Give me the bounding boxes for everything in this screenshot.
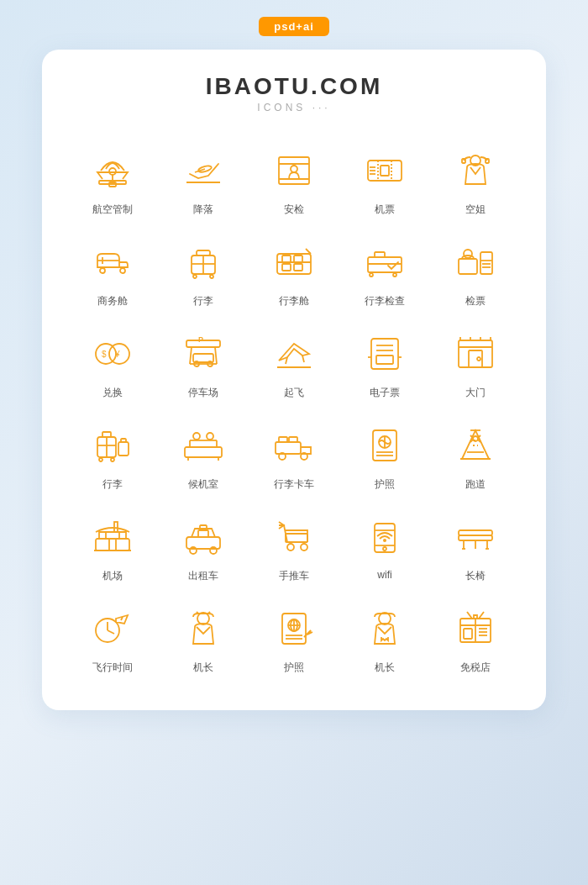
- icon-item-gate: 大门: [430, 317, 521, 408]
- svg-rect-23: [197, 250, 210, 255]
- cargo-hold-icon: [269, 237, 319, 287]
- svg-rect-91: [109, 539, 116, 550]
- svg-rect-40: [480, 252, 492, 274]
- parking-icon: P: [178, 329, 228, 379]
- ticket-icon: [360, 145, 410, 196]
- landing-icon: [178, 145, 228, 196]
- svg-rect-18: [486, 159, 489, 163]
- svg-point-73: [193, 433, 200, 440]
- passport3-label: 护照: [284, 661, 304, 675]
- flight-time-icon: [87, 603, 138, 654]
- icon-item-wifi: wifi: [339, 500, 430, 592]
- security-icon: [269, 145, 319, 196]
- svg-rect-72: [185, 447, 222, 457]
- icon-item-check-in: 检票: [430, 225, 521, 317]
- icon-item-captain1: 机长: [158, 592, 249, 683]
- svg-rect-109: [459, 530, 492, 535]
- runway-label: 跑道: [465, 477, 486, 492]
- passport2-label: 护照: [375, 477, 395, 492]
- flight-attendant-label: 空姐: [465, 203, 486, 217]
- icon-item-security: 安检: [249, 134, 339, 225]
- luggage-label: 行李: [193, 294, 213, 308]
- passport2-icon: [360, 420, 410, 471]
- icon-item-baggage: 行李: [67, 408, 158, 500]
- svg-point-37: [370, 273, 373, 277]
- check-in-icon: [450, 237, 501, 287]
- svg-point-102: [301, 544, 307, 550]
- exchange-icon: $ ¥: [87, 329, 138, 379]
- icon-item-parking: P 停车场: [158, 317, 249, 408]
- check-in-label: 检票: [465, 294, 486, 308]
- takeoff-label: 起飞: [284, 386, 304, 400]
- taxi-label: 出租车: [188, 569, 218, 583]
- business-class-label: 商务舱: [97, 294, 128, 308]
- ticket-label: 机票: [375, 203, 395, 217]
- svg-rect-31: [294, 255, 302, 262]
- luggage-check-label: 行李检查: [365, 294, 405, 308]
- luggage-check-icon: [360, 237, 410, 287]
- svg-point-107: [383, 539, 386, 542]
- svg-point-38: [393, 273, 396, 277]
- svg-rect-98: [200, 525, 207, 529]
- icon-item-captain2: 机长: [339, 592, 430, 683]
- svg-rect-5: [279, 157, 309, 184]
- svg-rect-65: [102, 432, 111, 437]
- top-badge: psd+ai: [259, 17, 329, 36]
- svg-text:$: $: [102, 350, 107, 359]
- icon-item-bench: 长椅: [430, 500, 521, 592]
- e-ticket-icon: [360, 329, 410, 379]
- icon-item-ticket: 机票: [339, 134, 430, 225]
- duty-free-icon: [450, 603, 501, 654]
- svg-point-106: [383, 547, 386, 550]
- svg-point-27: [210, 275, 213, 278]
- security-label: 安检: [284, 203, 304, 217]
- icon-item-runway: 跑道: [430, 408, 521, 500]
- baggage-icon: [87, 420, 138, 471]
- svg-point-68: [99, 458, 102, 461]
- svg-rect-77: [289, 437, 297, 442]
- svg-point-124: [379, 613, 391, 624]
- flight-attendant-icon: [450, 145, 501, 196]
- exchange-label: 兑换: [102, 386, 123, 400]
- icon-item-passport3: 护照: [249, 592, 339, 683]
- e-ticket-label: 电子票: [370, 386, 400, 400]
- svg-rect-30: [282, 255, 291, 262]
- icon-item-air-control: 航空管制: [67, 134, 158, 225]
- svg-rect-39: [459, 259, 477, 274]
- captain2-icon: [360, 603, 410, 654]
- bench-label: 长椅: [465, 569, 486, 583]
- icon-item-exchange: $ ¥ 兑换: [67, 317, 158, 408]
- svg-rect-60: [459, 340, 492, 367]
- icon-item-cargo-hold: 行李舱: [249, 225, 339, 317]
- air-control-icon: [87, 145, 138, 196]
- card-header: IBAOTU.COM ICONS ···: [67, 73, 521, 113]
- flight-time-label: 飞行时间: [92, 661, 133, 675]
- icon-item-airport: 机场: [67, 500, 158, 592]
- svg-point-42: [464, 250, 472, 258]
- svg-rect-35: [375, 252, 385, 257]
- icon-item-luggage-check: 行李检查: [339, 225, 430, 317]
- svg-point-20: [100, 268, 105, 273]
- icon-item-landing: 降落: [158, 134, 249, 225]
- passport3-icon: [269, 603, 319, 654]
- svg-rect-70: [118, 442, 129, 456]
- wifi-label: wifi: [377, 569, 391, 581]
- svg-rect-108: [459, 535, 492, 540]
- svg-point-26: [193, 275, 197, 278]
- svg-rect-71: [121, 439, 126, 442]
- air-control-label: 航空管制: [92, 203, 133, 217]
- icon-item-business-class: 商务舱: [67, 225, 158, 317]
- svg-rect-103: [375, 524, 395, 552]
- cart-label: 手推车: [279, 569, 309, 583]
- cargo-hold-label: 行李舱: [279, 294, 309, 308]
- svg-line-112: [108, 630, 114, 634]
- svg-rect-12: [381, 166, 389, 176]
- icon-item-cart: 手推车: [249, 500, 339, 592]
- site-name: IBAOTU.COM: [67, 73, 521, 100]
- icon-item-waiting-room: 候机室: [158, 408, 249, 500]
- luggage-icon: [178, 237, 228, 287]
- icon-item-takeoff: 起飞: [249, 317, 339, 408]
- cart-icon: [269, 512, 319, 562]
- svg-rect-100: [286, 534, 307, 542]
- svg-text:¥: ¥: [114, 350, 120, 359]
